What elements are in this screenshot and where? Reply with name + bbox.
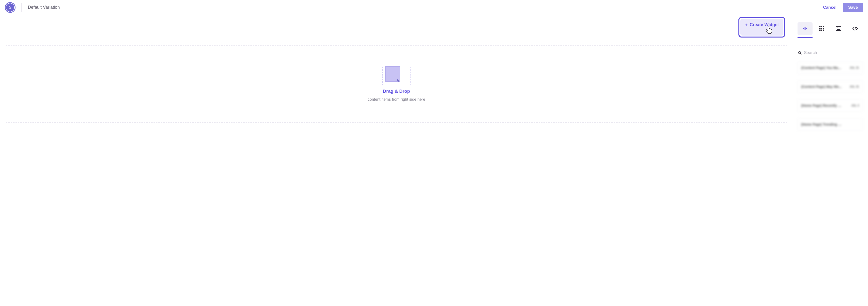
svg-point-13: [837, 27, 838, 28]
grid-icon: [819, 26, 824, 31]
dropzone-title: Drag & Drop: [383, 89, 410, 94]
dropzone-subtitle: content items from right side here: [368, 97, 425, 102]
list-item-title: (Home Page) Trending T...: [801, 122, 842, 126]
svg-rect-7: [821, 28, 822, 29]
canvas-area: + Create Widget Drag & Drop content item…: [0, 15, 792, 306]
search-input[interactable]: [804, 50, 862, 55]
sidebar-tab-layout[interactable]: [798, 22, 812, 35]
search-icon: [798, 51, 802, 55]
sidebar-tabs: [792, 15, 868, 36]
svg-rect-1: [805, 27, 806, 30]
arrow-cursor-icon: [397, 79, 400, 83]
svg-rect-9: [819, 30, 820, 31]
svg-rect-6: [819, 28, 820, 29]
sidebar-list: (Content Page) You May ... JUL 31 (Conte…: [797, 61, 863, 131]
create-widget-label: Create Widget: [750, 22, 779, 27]
svg-rect-10: [821, 30, 822, 31]
sidebar-tab-code[interactable]: [848, 22, 863, 35]
svg-line-15: [800, 54, 801, 55]
create-widget-highlight: + Create Widget: [738, 17, 785, 37]
svg-rect-11: [823, 30, 824, 31]
save-button[interactable]: Save: [843, 3, 863, 12]
list-item-title: (Content Page) You May ...: [801, 66, 842, 70]
avatar-letter: S: [6, 3, 14, 11]
sidebar-tab-image[interactable]: [831, 22, 846, 35]
avatar[interactable]: S: [5, 2, 16, 13]
sidebar: (Content Page) You May ... JUL 31 (Conte…: [792, 15, 868, 306]
list-item-title: (Content Page) May We...: [801, 85, 842, 89]
svg-rect-5: [823, 26, 824, 27]
svg-rect-4: [821, 26, 822, 27]
dropzone[interactable]: Drag & Drop content items from right sid…: [6, 45, 787, 123]
list-item-title: (Home Page) Recently Vi...: [801, 103, 842, 108]
divider: [21, 3, 22, 11]
svg-rect-8: [823, 28, 824, 29]
create-widget-button[interactable]: + Create Widget: [740, 19, 783, 36]
list-item[interactable]: (Content Page) May We... JUL 31: [797, 80, 863, 93]
list-item-meta: JUL 31: [849, 85, 859, 88]
svg-rect-0: [803, 28, 804, 29]
list-item-meta: JUL 31: [849, 66, 859, 69]
list-item-meta: JUL 3: [851, 104, 859, 107]
code-icon: [852, 27, 858, 31]
sidebar-tab-grid[interactable]: [814, 22, 829, 35]
plus-icon: +: [745, 23, 748, 27]
dropzone-illustration: [382, 67, 410, 85]
list-item[interactable]: (Content Page) You May ... JUL 31: [797, 61, 863, 74]
cancel-button[interactable]: Cancel: [823, 5, 837, 10]
layout-icon: [802, 26, 808, 31]
svg-rect-3: [819, 26, 820, 27]
page-title: Default Variation: [28, 5, 60, 10]
list-item[interactable]: (Home Page) Trending T...: [797, 118, 863, 131]
list-item[interactable]: (Home Page) Recently Vi... JUL 3: [797, 99, 863, 112]
search-wrap: [797, 50, 863, 55]
image-icon: [836, 26, 841, 31]
svg-rect-2: [806, 28, 807, 29]
topbar: S Default Variation Cancel Save: [0, 0, 868, 15]
